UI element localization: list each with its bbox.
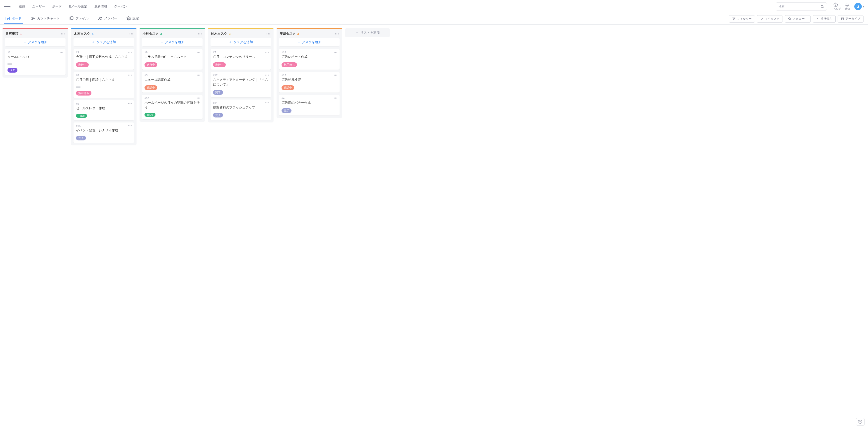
svg-rect-16: [841, 18, 844, 18]
card-tags: 指示待ち: [76, 91, 131, 95]
status-tag: 指示待ち: [281, 62, 297, 67]
tab-board-label: ボード: [12, 16, 22, 21]
list-count: 1: [20, 32, 22, 36]
card-more-button[interactable]: •••: [334, 50, 338, 54]
list-more-button[interactable]: •••: [335, 32, 339, 36]
task-card[interactable]: •••#15イベント登壇 シナリオ作成完了: [73, 122, 134, 143]
user-avatar[interactable]: J: [854, 3, 862, 10]
add-task-button[interactable]: ＋タスクを追加: [73, 38, 134, 47]
nav-email[interactable]: Eメール設定: [65, 3, 91, 10]
card-more-button[interactable]: •••: [265, 101, 269, 105]
task-card[interactable]: •••#11提案資料のブラッシュアップ完了: [211, 99, 271, 120]
task-card[interactable]: •••#8コラム掲載の件｜△△ムック進行中: [142, 49, 203, 69]
filter-button[interactable]: フィルター: [729, 15, 755, 23]
card-number: #5: [76, 102, 131, 105]
task-card[interactable]: •••#3ニュース記事作成確認中: [142, 72, 203, 92]
archive-button[interactable]: アーカイブ: [838, 15, 864, 23]
card-tags: 完了: [76, 136, 131, 140]
card-title: ホームページの月次の記事の更新を行う: [145, 101, 200, 110]
board-icon: [5, 17, 10, 21]
task-card[interactable]: •••#5セールスレター作成ToDo: [73, 100, 134, 120]
list-more-button[interactable]: •••: [266, 32, 271, 36]
search-box[interactable]: [776, 2, 827, 10]
add-task-button[interactable]: ＋タスクを追加: [211, 38, 271, 47]
task-card[interactable]: •••#7〇月｜コンテンツのリリース進行中: [211, 49, 271, 69]
nav-org[interactable]: 組織: [15, 3, 29, 10]
add-task-button[interactable]: ＋タスクを追加: [142, 38, 203, 47]
task-card[interactable]: •••#6〇月〇日｜面談｜△△さま指示待ち: [73, 72, 134, 98]
list-more-button[interactable]: •••: [129, 32, 133, 36]
task-card[interactable]: •••#9今週中｜提案資料の作成｜△△さま進行中: [73, 49, 134, 69]
card-more-button[interactable]: •••: [334, 96, 338, 100]
list-more-button[interactable]: •••: [198, 32, 202, 36]
top-nav: 組織 ユーザー ボード Eメール設定 更新情報 クーポン: [15, 3, 130, 10]
menu-toggle[interactable]: ›: [4, 4, 11, 9]
svg-line-1: [823, 7, 824, 8]
list-more-button[interactable]: •••: [61, 32, 65, 36]
list-header: 木村タスク4•••: [71, 29, 136, 38]
nav-coupon[interactable]: クーポン: [111, 3, 130, 10]
tab-gantt[interactable]: ガントチャート: [30, 14, 61, 24]
card-number: #13: [281, 74, 337, 77]
card-number: #9: [76, 51, 131, 54]
collapse-button[interactable]: 折り畳む: [813, 15, 836, 23]
list: 木村タスク4•••＋タスクを追加•••#9今週中｜提案資料の作成｜△△さま進行中…: [71, 28, 136, 145]
svg-point-13: [99, 17, 100, 19]
nav-updates[interactable]: 更新情報: [91, 3, 111, 10]
card-title: 広告レポート作成: [281, 55, 337, 59]
status-tag: 確認中: [281, 85, 294, 90]
card-more-button[interactable]: •••: [334, 73, 338, 77]
card-more-button[interactable]: •••: [128, 102, 132, 105]
help-button[interactable]: ヘルプ: [833, 2, 841, 11]
nav-users[interactable]: ユーザー: [29, 3, 49, 10]
filter-label: フィルター: [737, 17, 752, 21]
search-input[interactable]: [779, 5, 820, 8]
status-tag: 進行中: [145, 62, 157, 67]
add-task-button[interactable]: ＋タスクを追加: [5, 38, 65, 47]
files-icon: [69, 17, 74, 21]
avatar-caret-icon[interactable]: ▾: [863, 5, 864, 8]
follow-button[interactable]: フォロー中: [785, 15, 811, 23]
card-title: 〇月〇日｜面談｜△△さま: [76, 78, 131, 82]
mytask-button[interactable]: マイタスク: [757, 15, 783, 23]
tab-settings[interactable]: 設定: [126, 14, 140, 24]
card-more-button[interactable]: •••: [128, 50, 132, 54]
task-card[interactable]: •••#10ホームページの月次の記事の更新を行うToDo: [142, 95, 203, 119]
tab-board[interactable]: ボード: [4, 14, 23, 24]
card-more-button[interactable]: •••: [265, 50, 269, 54]
memo-lines-icon: [76, 85, 131, 88]
task-card[interactable]: •••#1ルールについてメモ: [5, 49, 65, 75]
svg-point-14: [101, 17, 102, 18]
notifications-button[interactable]: 通知: [845, 2, 850, 11]
add-task-button[interactable]: ＋タスクを追加: [279, 38, 340, 47]
card-more-button[interactable]: •••: [196, 96, 200, 100]
tab-files[interactable]: ファイル: [68, 14, 89, 24]
card-number: #14: [281, 51, 337, 54]
card-title: 今週中｜提案資料の作成｜△△さま: [76, 55, 131, 59]
list-count: 4: [92, 32, 93, 36]
history-button[interactable]: [856, 418, 865, 426]
card-tags: 完了: [281, 108, 337, 113]
card-number: #3: [145, 74, 200, 77]
list-header: 共有事項1•••: [2, 29, 68, 38]
card-tags: 進行中: [145, 62, 200, 67]
card-more-button[interactable]: •••: [60, 50, 64, 54]
card-more-button[interactable]: •••: [265, 73, 269, 77]
add-list-button[interactable]: ＋リストを追加: [345, 28, 390, 37]
card-more-button[interactable]: •••: [128, 124, 132, 127]
list-title: 小林タスク: [143, 31, 159, 36]
task-card[interactable]: •••#4広告用のバナー作成完了: [279, 95, 340, 115]
tab-members-label: メンバー: [104, 16, 117, 21]
card-more-button[interactable]: •••: [196, 50, 200, 54]
nav-boards[interactable]: ボード: [49, 3, 65, 10]
tab-members[interactable]: メンバー: [97, 14, 118, 24]
task-card[interactable]: •••#12△△メディアとミーティング｜「△△について」完了: [211, 72, 271, 97]
card-more-button[interactable]: •••: [196, 73, 200, 77]
board-area: 共有事項1•••＋タスクを追加•••#1ルールについてメモ木村タスク4•••＋タ…: [0, 25, 868, 429]
task-card[interactable]: •••#13広告効果検証確認中: [279, 72, 340, 92]
add-list-label: リストを追加: [360, 31, 380, 35]
search-icon[interactable]: [820, 5, 824, 8]
collapse-label: 折り畳む: [820, 17, 832, 21]
task-card[interactable]: •••#14広告レポート作成指示待ち: [279, 49, 340, 69]
card-more-button[interactable]: •••: [128, 73, 132, 77]
